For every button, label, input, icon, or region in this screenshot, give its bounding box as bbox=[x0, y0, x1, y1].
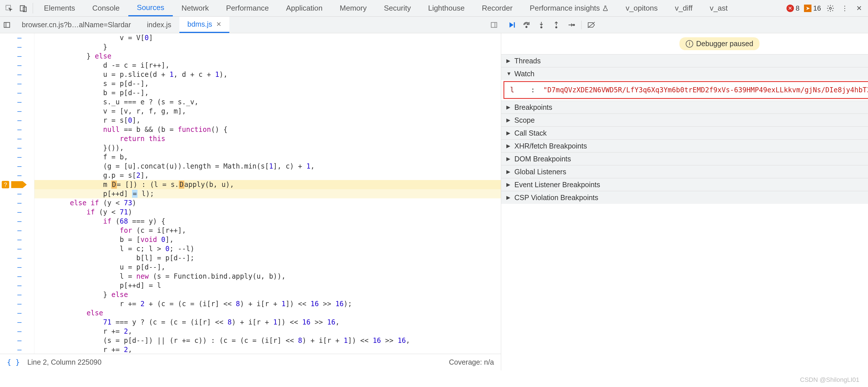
section-threads[interactable]: ▶ Threads bbox=[501, 55, 868, 67]
gutter-fold-dash[interactable]: – bbox=[18, 244, 22, 253]
code-line[interactable]: f = b, bbox=[34, 152, 501, 162]
gutter-fold-dash[interactable]: – bbox=[18, 345, 22, 354]
gutter-fold-dash[interactable]: – bbox=[18, 318, 22, 327]
code-line[interactable]: s._u === e ? (s = s._v, bbox=[34, 98, 501, 107]
gutter-fold-dash[interactable]: – bbox=[18, 226, 22, 235]
panel-tab-v_ast[interactable]: v_ast bbox=[701, 0, 736, 16]
gutter-fold-dash[interactable]: – bbox=[18, 235, 22, 244]
code-line[interactable]: s = p[d--], bbox=[34, 79, 501, 88]
gutter-fold-dash[interactable]: – bbox=[18, 253, 22, 262]
gutter-fold-dash[interactable]: – bbox=[18, 152, 22, 162]
panel-tab-v_diff[interactable]: v_diff bbox=[666, 0, 701, 16]
gutter-fold-dash[interactable]: – bbox=[18, 107, 22, 116]
gutter-fold-dash[interactable]: – bbox=[18, 171, 22, 180]
resume-icon[interactable] bbox=[507, 20, 516, 30]
gutter-fold-dash[interactable]: – bbox=[18, 33, 22, 42]
code-line[interactable]: } bbox=[34, 42, 501, 51]
gutter-fold-dash[interactable]: – bbox=[18, 70, 22, 79]
code-line[interactable]: l = c; l > 0; --l) bbox=[34, 244, 501, 253]
breakpoint-arrow-icon[interactable] bbox=[11, 181, 23, 188]
code-line[interactable]: else if (y < 73) bbox=[34, 198, 501, 208]
gutter-fold-dash[interactable]: – bbox=[18, 290, 22, 299]
gutter-fold-dash[interactable]: – bbox=[18, 79, 22, 88]
gutter-fold-dash[interactable]: – bbox=[18, 198, 22, 208]
code-line[interactable]: null == b && (b = function() { bbox=[34, 125, 501, 134]
close-devtools-icon[interactable]: ✕ bbox=[852, 0, 866, 16]
code-line[interactable]: if (68 === y) { bbox=[34, 217, 501, 226]
code-line[interactable]: } else bbox=[34, 290, 501, 299]
code-line[interactable]: (g = [u].concat(u)).length = Math.min(s[… bbox=[34, 162, 501, 171]
warning-marker-icon[interactable]: ? bbox=[2, 181, 9, 188]
gutter-fold-dash[interactable]: – bbox=[18, 61, 22, 70]
code-line[interactable]: v = [v, r, f, g, m], bbox=[34, 107, 501, 116]
gutter-fold-dash[interactable]: – bbox=[18, 116, 22, 125]
panel-tab-recorder[interactable]: Recorder bbox=[473, 0, 521, 16]
gutter-fold-dash[interactable]: – bbox=[18, 125, 22, 134]
deactivate-breakpoints-icon[interactable] bbox=[587, 20, 596, 30]
navigator-toggle-icon[interactable] bbox=[0, 16, 14, 33]
code-line[interactable]: r = s[0], bbox=[34, 116, 501, 125]
code-line[interactable]: d -= c = i[r++], bbox=[34, 61, 501, 70]
panel-tab-security[interactable]: Security bbox=[375, 0, 420, 16]
gutter-fold-dash[interactable]: – bbox=[18, 336, 22, 345]
section-watch[interactable]: ▼ Watch ＋ bbox=[501, 67, 868, 80]
code-line[interactable]: else bbox=[34, 309, 501, 318]
gutter-fold-dash[interactable]: – bbox=[18, 262, 22, 272]
gutter-fold-dash[interactable]: – bbox=[18, 143, 22, 152]
inspect-element-icon[interactable] bbox=[2, 0, 16, 16]
code-line[interactable]: r += 2, bbox=[34, 345, 501, 354]
panel-tab-elements[interactable]: Elements bbox=[35, 0, 84, 16]
gutter-fold-dash[interactable]: – bbox=[18, 134, 22, 143]
device-toolbar-icon[interactable] bbox=[16, 0, 30, 16]
error-count[interactable]: ✕ 8 bbox=[786, 0, 799, 16]
code-line[interactable]: u = p.slice(d + 1, d + c + 1), bbox=[34, 70, 501, 79]
gutter-fold-dash[interactable]: – bbox=[18, 42, 22, 51]
gutter-fold-dash[interactable]: – bbox=[18, 299, 22, 309]
gutter-fold-dash[interactable]: – bbox=[18, 88, 22, 98]
gutter-fold-dash[interactable]: – bbox=[18, 189, 22, 198]
step-icon[interactable] bbox=[566, 20, 576, 30]
code-line[interactable]: m D= []) : (l = s.Dapply(b, u), bbox=[34, 180, 501, 189]
gutter-fold-dash[interactable]: – bbox=[18, 272, 22, 281]
gutter-fold-dash[interactable]: – bbox=[18, 162, 22, 171]
section-dom-breakpoints[interactable]: ▶DOM Breakpoints bbox=[501, 152, 868, 165]
step-into-icon[interactable] bbox=[536, 20, 546, 30]
panel-tab-memory[interactable]: Memory bbox=[331, 0, 375, 16]
watch-expression-row[interactable]: l : "D7mqQVzXDE2N6VWD5R/LfY3q6Xq3Ym6b0tr… bbox=[503, 81, 868, 99]
code-body[interactable]: v = V[0] } } else d -= c = i[r++], u = p… bbox=[34, 33, 501, 371]
panel-tab-network[interactable]: Network bbox=[173, 0, 217, 16]
section-event-listener-breakpoints[interactable]: ▶Event Listener Breakpoints bbox=[501, 178, 868, 191]
section-breakpoints[interactable]: ▶Breakpoints bbox=[501, 101, 868, 113]
code-line[interactable]: l = new (s = Function.bind.apply(u, b)), bbox=[34, 272, 501, 281]
gutter-fold-dash[interactable]: – bbox=[18, 309, 22, 318]
code-line[interactable]: p[++d] = l); bbox=[34, 189, 501, 198]
code-line[interactable]: 71 === y ? (c = (c = (i[r] << 8) + i[r +… bbox=[34, 318, 501, 327]
panel-tab-v_opitons[interactable]: v_opitons bbox=[617, 0, 666, 16]
panel-tab-performance[interactable]: Performance bbox=[218, 0, 278, 16]
code-line[interactable]: }()), bbox=[34, 143, 501, 152]
warning-count[interactable]: ➤ 16 bbox=[804, 0, 821, 16]
code-line[interactable]: r += 2, bbox=[34, 327, 501, 336]
settings-icon[interactable] bbox=[823, 0, 838, 16]
code-line[interactable]: } else bbox=[34, 51, 501, 61]
code-line[interactable]: b[l] = p[d--]; bbox=[34, 253, 501, 262]
file-tab[interactable]: bdms.js✕ bbox=[179, 16, 229, 33]
code-line[interactable]: b = p[d--], bbox=[34, 88, 501, 98]
code-line[interactable]: (s = p[d--]) || (r += c)) : (c = (c = (i… bbox=[34, 336, 501, 345]
code-line[interactable]: g.p = s[2], bbox=[34, 171, 501, 180]
code-line[interactable]: if (y < 71) bbox=[34, 208, 501, 217]
gutter-fold-dash[interactable]: – bbox=[18, 98, 22, 107]
code-line[interactable]: v = V[0] bbox=[34, 33, 501, 42]
code-line[interactable]: return this bbox=[34, 134, 501, 143]
step-out-icon[interactable] bbox=[551, 20, 561, 30]
section-callstack[interactable]: ▶Call Stack bbox=[501, 127, 868, 139]
section-csp-breakpoints[interactable]: ▶CSP Violation Breakpoints bbox=[501, 191, 868, 204]
code-line[interactable]: p[++d] = l bbox=[34, 281, 501, 290]
kebab-menu-icon[interactable]: ⋮ bbox=[838, 0, 852, 16]
section-xhr-breakpoints[interactable]: ▶XHR/fetch Breakpoints bbox=[501, 140, 868, 152]
section-scope[interactable]: ▶Scope bbox=[501, 114, 868, 127]
panel-tab-lighthouse[interactable]: Lighthouse bbox=[420, 0, 473, 16]
gutter-fold-dash[interactable]: – bbox=[18, 208, 22, 217]
file-tab[interactable]: browser.cn.js?b…alName=Slardar bbox=[14, 16, 139, 33]
braces-icon[interactable]: { } bbox=[7, 358, 20, 366]
